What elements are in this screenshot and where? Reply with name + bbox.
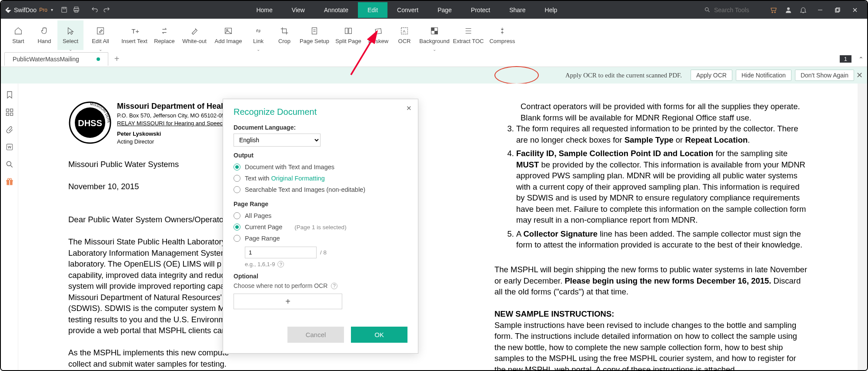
- page-area[interactable]: DHSS MISSOURI DEPARTMENT Missouri Depart…: [18, 84, 858, 370]
- search-input[interactable]: [714, 7, 766, 13]
- ribbon-label: Split Page: [335, 38, 361, 44]
- range-page-range[interactable]: Page Range: [234, 233, 407, 244]
- svg-point-8: [787, 7, 790, 10]
- ribbon-replace[interactable]: Replace: [151, 20, 177, 50]
- bell-icon[interactable]: [799, 6, 807, 14]
- chevron-down-icon: ⌄: [433, 47, 436, 52]
- ribbon-select[interactable]: Select⌄: [57, 20, 83, 50]
- notification-close-icon[interactable]: ✕: [856, 70, 863, 80]
- pagesetup-icon: [310, 26, 319, 36]
- search-panel-icon[interactable]: [5, 160, 14, 169]
- page-range-label: Page Range: [234, 201, 407, 207]
- chevron-down-icon: ⌄: [257, 47, 260, 52]
- ribbon-edit-all[interactable]: Edit All⌄: [83, 20, 117, 50]
- optional-label: Optional: [234, 273, 407, 280]
- ribbon-extract-toc[interactable]: Extract TOC: [451, 20, 485, 50]
- menu-edit[interactable]: Edit: [358, 2, 387, 18]
- range-all-pages[interactable]: All Pages: [234, 210, 407, 221]
- ribbon-start[interactable]: Start: [5, 20, 31, 50]
- left-sidebar: [1, 84, 18, 370]
- doc-heading: NEW SAMPLE INSTRUCTIONS:: [494, 309, 614, 318]
- ribbon-hand[interactable]: Hand: [31, 20, 57, 50]
- svg-rect-2: [75, 7, 79, 9]
- recognize-document-dialog: ✕ Recognize Document Document Language: …: [223, 99, 418, 354]
- home-icon: [13, 26, 23, 36]
- document-tab[interactable]: PublicWaterMassMailing: [4, 52, 108, 66]
- ribbon-add-image[interactable]: Add Image: [211, 20, 245, 50]
- close-icon[interactable]: [846, 7, 864, 13]
- ribbon-insert-text[interactable]: Т+Insert Text: [117, 20, 151, 50]
- search-tools[interactable]: [701, 5, 770, 15]
- optional-desc: Choose where not to perform OCR: [234, 282, 327, 289]
- bookmark-icon[interactable]: [5, 90, 14, 100]
- ribbon-label: White-out: [182, 38, 207, 44]
- menu-annotate[interactable]: Annotate: [314, 2, 358, 18]
- ribbon-crop[interactable]: Crop: [271, 20, 297, 50]
- notification-message: Apply OCR to edit the current scanned PD…: [565, 72, 682, 79]
- ribbon-split-page[interactable]: Split Page: [331, 20, 365, 50]
- menu-view[interactable]: View: [282, 2, 314, 18]
- ribbon-label: Select: [63, 38, 78, 44]
- apply-ocr-button[interactable]: Apply OCR: [691, 70, 732, 81]
- user-icon[interactable]: [785, 6, 792, 14]
- add-exclusion-button[interactable]: +: [234, 294, 342, 309]
- range-current-page[interactable]: Current Page (Page 1 is selected): [234, 221, 407, 233]
- ribbon-deskew[interactable]: Deskew: [365, 20, 391, 50]
- svg-point-5: [705, 8, 709, 11]
- output-option-original-formatting[interactable]: Text with Original Formatting: [234, 173, 407, 184]
- ribbon-label: Compress: [489, 38, 515, 44]
- output-option-searchable[interactable]: Searchable Text and Images (non-editable…: [234, 184, 407, 195]
- help-icon[interactable]: ?: [277, 261, 284, 267]
- maximize-icon[interactable]: [829, 7, 846, 13]
- menu-help[interactable]: Help: [535, 2, 567, 18]
- unsaved-indicator-icon: [97, 57, 100, 61]
- menu-home[interactable]: Home: [247, 2, 282, 18]
- inserttext-icon: Т+: [130, 26, 139, 36]
- brand-dropdown-icon[interactable]: ▾: [51, 7, 53, 12]
- whiteout-icon: [190, 26, 199, 36]
- cart-icon[interactable]: [770, 6, 778, 14]
- help-icon[interactable]: ?: [331, 283, 337, 289]
- vertical-scrollbar[interactable]: [858, 84, 867, 370]
- minimize-icon[interactable]: [811, 7, 829, 13]
- svg-rect-4: [75, 10, 78, 12]
- attachment-icon[interactable]: [5, 125, 14, 134]
- svg-rect-28: [434, 31, 437, 34]
- dont-show-again-button[interactable]: Don't Show Again: [795, 70, 854, 81]
- chevron-down-icon: ⌄: [69, 47, 72, 52]
- ribbon-link[interactable]: Link⌄: [245, 20, 271, 50]
- language-select[interactable]: English: [234, 134, 320, 147]
- undo-icon[interactable]: [89, 6, 101, 13]
- svg-point-42: [7, 178, 9, 180]
- language-label: Document Language:: [234, 124, 407, 131]
- svg-rect-36: [10, 113, 13, 116]
- svg-rect-22: [349, 28, 351, 33]
- ribbon-compress[interactable]: Compress: [485, 20, 519, 50]
- document-tab-name: PublicWaterMassMailing: [13, 56, 79, 63]
- ribbon-background[interactable]: Background⌄: [417, 20, 451, 50]
- save-icon[interactable]: [58, 6, 70, 13]
- dialog-title: Recognize Document: [223, 99, 418, 121]
- expand-icon[interactable]: ⌃: [858, 56, 864, 63]
- ribbon-white-out[interactable]: White-out: [177, 20, 211, 50]
- menu-page[interactable]: Page: [428, 2, 461, 18]
- ribbon-page-setup[interactable]: Page Setup: [297, 20, 331, 50]
- svg-rect-21: [345, 28, 348, 33]
- word-icon[interactable]: [5, 142, 14, 152]
- cancel-button[interactable]: Cancel: [287, 327, 344, 343]
- hide-notification-button[interactable]: Hide Notification: [736, 70, 791, 81]
- menu-share[interactable]: Share: [500, 2, 535, 18]
- gift-icon[interactable]: [5, 177, 14, 187]
- print-icon[interactable]: [70, 6, 83, 13]
- menu-convert[interactable]: Convert: [387, 2, 428, 18]
- ocr-notification-bar: Apply OCR to edit the current scanned PD…: [1, 67, 867, 84]
- page-range-input[interactable]: [245, 247, 317, 258]
- dialog-close-icon[interactable]: ✕: [406, 104, 412, 112]
- new-tab-button[interactable]: +: [114, 54, 120, 64]
- ok-button[interactable]: OK: [351, 327, 407, 343]
- menu-protect[interactable]: Protect: [461, 2, 500, 18]
- redo-icon[interactable]: [101, 6, 113, 13]
- thumbnails-icon[interactable]: [5, 107, 14, 117]
- output-option-doc-text-images[interactable]: Document with Text and Images: [234, 161, 407, 173]
- ribbon-ocr[interactable]: AOCR: [391, 20, 417, 50]
